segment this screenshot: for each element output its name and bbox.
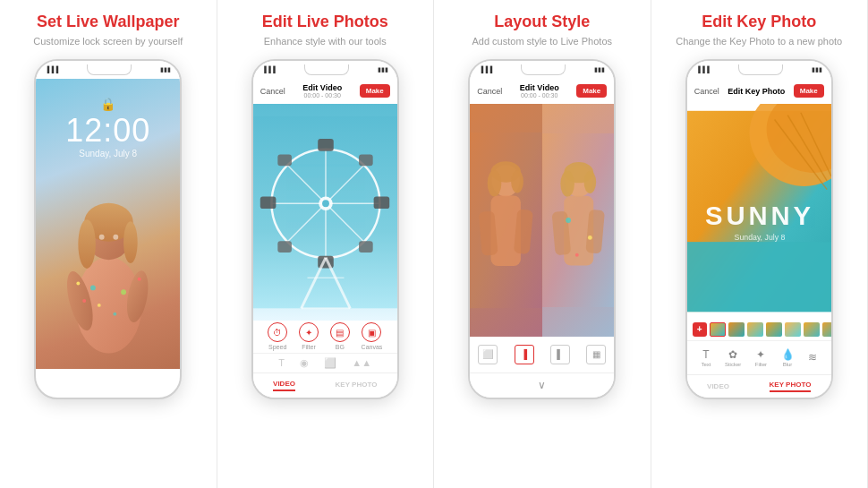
strip-thumb-3[interactable] xyxy=(747,322,763,337)
svg-point-13 xyxy=(113,312,116,315)
key-photo-title-wrap: Edit Key Photo xyxy=(728,87,785,96)
filter-tool-label-2: Filter xyxy=(755,362,767,367)
phone-notch-1: ▐▐▐ ▮▮▮ xyxy=(36,61,180,79)
notch-4 xyxy=(738,64,783,75)
svg-point-5 xyxy=(78,219,96,269)
tab-video[interactable]: VIDEO xyxy=(273,380,295,391)
layout-split xyxy=(470,104,614,337)
section-title-wallpaper: Set Live Wallpaper xyxy=(37,13,179,32)
video-tabs: VIDEO KEY PHOTO xyxy=(253,372,397,398)
svg-point-10 xyxy=(98,304,101,307)
key-tab-key-photo[interactable]: KEY PHOTO xyxy=(770,381,812,392)
signal-icon-3: ▐▐▐ xyxy=(479,66,492,73)
tab-key-photo[interactable]: KEY PHOTO xyxy=(336,381,378,390)
fingerprint-icon[interactable]: ◉ xyxy=(300,357,309,369)
key-photo-make-btn[interactable]: Make xyxy=(794,84,824,98)
svg-point-15 xyxy=(137,277,140,280)
svg-rect-61 xyxy=(687,242,831,312)
video-title-wrap: Edit Video 00:00 - 00:30 xyxy=(302,83,342,98)
strip-thumb-1[interactable] xyxy=(710,322,726,337)
add-strip-button[interactable]: + xyxy=(693,322,707,337)
section-subtitle-wallpaper: Customize lock screen by yourself xyxy=(33,36,183,47)
svg-point-8 xyxy=(113,234,118,239)
svg-point-53 xyxy=(588,235,592,240)
blur-tool-label: Blur xyxy=(783,362,793,367)
key-photo-image: SUNNY Sunday, July 8 xyxy=(687,104,831,319)
blur-tool-icon: 💧 xyxy=(781,348,795,361)
layout-cancel[interactable]: Cancel xyxy=(477,87,502,96)
make-button[interactable]: Make xyxy=(360,84,390,98)
video-toolbar: ⏱ Speed ✦ Filter ▤ BG ▣ Canvas xyxy=(253,321,397,372)
copy-icon[interactable]: ⬜ xyxy=(324,357,336,369)
sticker-tool[interactable]: ✿ Sticker xyxy=(725,348,741,367)
key-photo-title: Edit Key Photo xyxy=(728,87,785,96)
layout-header: Cancel Edit Video 00:00 - 00:30 Make xyxy=(470,79,614,104)
lockscreen-bottom xyxy=(36,369,180,398)
section-edit-key-photo: Edit Key Photo Change the Key Photo to a… xyxy=(651,0,869,488)
layout-content: Cancel Edit Video 00:00 - 00:30 Make xyxy=(470,79,614,398)
lockscreen-content: 🔒 12:00 Sunday, July 8 xyxy=(36,79,180,369)
svg-point-39 xyxy=(488,170,502,196)
filter-tool[interactable]: ✦ Filter xyxy=(299,322,319,350)
chart-icon[interactable]: ▲▲ xyxy=(352,357,371,368)
svg-point-9 xyxy=(90,285,96,290)
battery-icon-2: ▮▮▮ xyxy=(378,66,388,73)
svg-point-40 xyxy=(511,170,523,193)
key-photo-tabs: VIDEO KEY PHOTO xyxy=(687,374,831,398)
lock-icon: 🔒 xyxy=(100,97,115,111)
layout-style-4[interactable]: ▦ xyxy=(586,345,606,364)
section-title-key-photo: Edit Key Photo xyxy=(702,13,816,32)
svg-point-12 xyxy=(121,289,126,295)
text-tool-icon[interactable]: T xyxy=(278,357,285,368)
key-tab-video[interactable]: VIDEO xyxy=(707,382,729,390)
notch-1 xyxy=(87,64,132,75)
key-photo-cancel[interactable]: Cancel xyxy=(694,87,719,96)
strip-thumb-6[interactable] xyxy=(804,322,820,337)
signal-icon-4: ▐▐▐ xyxy=(696,66,710,73)
section-title-layout: Layout Style xyxy=(494,13,590,32)
svg-point-48 xyxy=(583,170,596,193)
layout-title: Edit Video xyxy=(520,83,559,92)
svg-rect-24 xyxy=(318,139,334,151)
strip-thumb-4[interactable] xyxy=(766,322,782,337)
key-photo-strips: + xyxy=(687,319,831,340)
filter-tool-2[interactable]: ✦ Filter xyxy=(755,348,767,367)
text-tool[interactable]: T Text xyxy=(701,348,711,367)
key-photo-header: Cancel Edit Key Photo Make xyxy=(687,79,831,104)
video-title: Edit Video xyxy=(302,83,342,92)
section-subtitle-key-photo: Change the Key Photo to a new photo xyxy=(676,36,842,47)
layout-style-1[interactable]: ⬜ xyxy=(478,345,498,364)
strip-thumb-7[interactable] xyxy=(822,322,831,337)
more-tools[interactable]: ≋ xyxy=(808,351,817,364)
speed-tool[interactable]: ⏱ Speed xyxy=(268,322,287,350)
strip-thumb-5[interactable] xyxy=(785,322,801,337)
section-layout-style: Layout Style Add custom style to Live Ph… xyxy=(434,0,651,488)
bg-icon: ▤ xyxy=(330,322,350,342)
key-photo-content: Cancel Edit Key Photo Make xyxy=(687,79,831,398)
svg-rect-31 xyxy=(359,241,373,253)
layout-make-btn[interactable]: Make xyxy=(576,84,607,98)
section-title-edit: Edit Live Photos xyxy=(262,13,388,32)
layout-style-3[interactable]: ▌ xyxy=(550,345,570,364)
more-tools-icon: ≋ xyxy=(808,351,817,364)
svg-text:Sunday, July 8: Sunday, July 8 xyxy=(734,233,785,242)
blur-tool[interactable]: 💧 Blur xyxy=(781,348,795,367)
svg-rect-27 xyxy=(373,196,389,209)
svg-point-7 xyxy=(99,234,105,239)
bg-tool[interactable]: ▤ BG xyxy=(330,322,350,350)
layout-image xyxy=(470,104,614,337)
cancel-label[interactable]: Cancel xyxy=(260,87,285,96)
toolbar-icons: ⏱ Speed ✦ Filter ▤ BG ▣ Canvas xyxy=(253,321,397,353)
sticker-tool-icon: ✿ xyxy=(728,348,737,361)
lock-time: 12:00 xyxy=(65,115,150,147)
svg-point-54 xyxy=(575,253,579,256)
section-set-live-wallpaper: Set Live Wallpaper Customize lock screen… xyxy=(0,0,217,488)
section-subtitle-layout: Add custom style to Live Photos xyxy=(472,36,612,47)
chevron-down-icon[interactable]: ∨ xyxy=(538,379,546,391)
strip-thumb-2[interactable] xyxy=(728,322,745,337)
layout-style-2[interactable]: ▐ xyxy=(515,345,534,364)
canvas-tool[interactable]: ▣ Canvas xyxy=(362,322,383,350)
phone-notch-4: ▐▐▐ ▮▮▮ xyxy=(687,61,831,79)
svg-rect-29 xyxy=(359,154,373,166)
camera-icon xyxy=(100,377,116,390)
